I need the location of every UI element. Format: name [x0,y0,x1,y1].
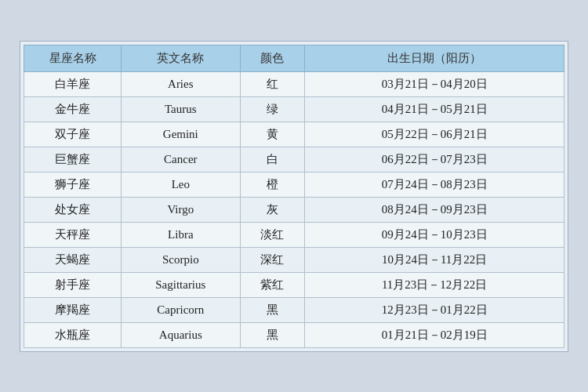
cell-date: 06月22日－07月23日 [305,147,564,172]
cell-zh-name: 天秤座 [24,222,122,247]
table-row: 水瓶座Aquarius黑01月21日－02月19日 [24,322,564,347]
cell-zh-name: 摩羯座 [24,297,122,322]
cell-color: 深红 [240,247,305,272]
cell-date: 07月24日－08月23日 [305,172,564,197]
cell-zh-name: 白羊座 [24,71,122,96]
cell-color: 黑 [240,322,305,347]
cell-zh-name: 水瓶座 [24,322,122,347]
cell-color: 红 [240,71,305,96]
table-row: 射手座Sagittarius紫红11月23日－12月22日 [24,272,564,297]
cell-color: 紫红 [240,272,305,297]
table-row: 天秤座Libra淡红09月24日－10月23日 [24,222,564,247]
table-row: 巨蟹座Cancer白06月22日－07月23日 [24,147,564,172]
cell-zh-name: 处女座 [24,197,122,222]
cell-date: 08月24日－09月23日 [305,197,564,222]
cell-color: 黑 [240,297,305,322]
cell-zh-name: 巨蟹座 [24,147,122,172]
cell-zh-name: 金牛座 [24,96,122,122]
table-row: 白羊座Aries红03月21日－04月20日 [24,71,564,96]
header-zh-name: 星座名称 [24,45,122,71]
zodiac-table: 星座名称 英文名称 颜色 出生日期（阳历） 白羊座Aries红03月21日－04… [24,45,564,348]
cell-date: 03月21日－04月20日 [305,71,564,96]
zodiac-table-container: 星座名称 英文名称 颜色 出生日期（阳历） 白羊座Aries红03月21日－04… [20,41,568,352]
header-color: 颜色 [240,45,305,71]
table-header-row: 星座名称 英文名称 颜色 出生日期（阳历） [24,45,564,71]
cell-en-name: Capricorn [122,297,241,322]
header-en-name: 英文名称 [122,45,241,71]
cell-color: 黄 [240,122,305,147]
cell-en-name: Libra [122,222,241,247]
cell-en-name: Aries [122,71,241,96]
cell-date: 05月22日－06月21日 [305,122,564,147]
cell-date: 04月21日－05月21日 [305,96,564,122]
cell-en-name: Aquarius [122,322,241,347]
cell-date: 12月23日－01月22日 [305,297,564,322]
cell-color: 绿 [240,96,305,122]
table-row: 金牛座Taurus绿04月21日－05月21日 [24,96,564,122]
cell-en-name: Scorpio [122,247,241,272]
cell-color: 白 [240,147,305,172]
cell-zh-name: 双子座 [24,122,122,147]
cell-date: 11月23日－12月22日 [305,272,564,297]
cell-en-name: Sagittarius [122,272,241,297]
cell-date: 09月24日－10月23日 [305,222,564,247]
cell-en-name: Leo [122,172,241,197]
cell-color: 灰 [240,197,305,222]
table-row: 天蝎座Scorpio深红10月24日－11月22日 [24,247,564,272]
cell-en-name: Cancer [122,147,241,172]
table-row: 摩羯座Capricorn黑12月23日－01月22日 [24,297,564,322]
table-row: 狮子座Leo橙07月24日－08月23日 [24,172,564,197]
cell-color: 淡红 [240,222,305,247]
cell-en-name: Gemini [122,122,241,147]
cell-date: 10月24日－11月22日 [305,247,564,272]
cell-zh-name: 狮子座 [24,172,122,197]
cell-color: 橙 [240,172,305,197]
table-row: 处女座Virgo灰08月24日－09月23日 [24,197,564,222]
header-date: 出生日期（阳历） [305,45,564,71]
table-row: 双子座Gemini黄05月22日－06月21日 [24,122,564,147]
cell-en-name: Taurus [122,96,241,122]
cell-zh-name: 射手座 [24,272,122,297]
cell-date: 01月21日－02月19日 [305,322,564,347]
cell-en-name: Virgo [122,197,241,222]
cell-zh-name: 天蝎座 [24,247,122,272]
